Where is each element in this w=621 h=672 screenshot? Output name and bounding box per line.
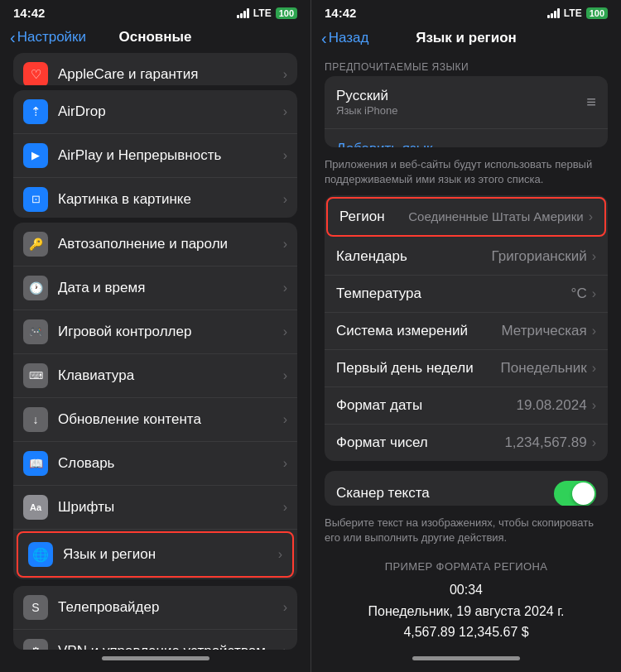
measurement-label: Система измерений <box>336 323 501 339</box>
status-icons-left: LTE 100 <box>237 7 297 19</box>
dateformat-chevron: › <box>592 398 596 413</box>
list-item-update[interactable]: ↓ Обновление контента › <box>13 398 297 442</box>
list-item-pip[interactable]: ⊡ Картинка в картинке › <box>13 178 297 218</box>
measurement-chevron: › <box>592 324 596 338</box>
status-bar-left: 14:42 LTE 100 <box>0 0 310 24</box>
back-chevron-left: ‹ <box>10 29 16 46</box>
autofill-icon: 🔑 <box>23 232 48 257</box>
telecom-icon: S <box>23 595 48 620</box>
back-label-left: Настройки <box>17 29 86 46</box>
list-item-autofill[interactable]: 🔑 Автозаполнение и пароли › <box>13 223 297 266</box>
section-system: 🔑 Автозаполнение и пароли › 🕐 Дата и вре… <box>13 223 297 579</box>
time-right: 14:42 <box>325 6 356 20</box>
add-lang-row[interactable]: Добавить язык... <box>325 129 608 146</box>
keyboard-label: Клавиатура <box>58 367 283 384</box>
temperature-row[interactable]: Температура °C › <box>325 276 608 313</box>
back-chevron-right: ‹ <box>321 30 327 46</box>
format-example: Пример формата региона 00:34 Понедельник… <box>311 554 621 656</box>
left-panel: 14:42 LTE 100 ‹ Настройки Основные ♡ App… <box>0 0 310 672</box>
calendar-value: Григорианский <box>491 248 586 265</box>
airdrop-chevron: › <box>283 104 287 119</box>
settings-card: Регион Соединенные Штаты Америки › Кален… <box>325 195 608 461</box>
lte-label-right: LTE <box>564 7 582 19</box>
signal-icon <box>237 8 249 18</box>
status-icons-right: LTE 100 <box>547 7 608 19</box>
lang-main: Русский <box>336 88 586 104</box>
datetime-icon: 🕐 <box>23 276 48 300</box>
lang-icon: 🌐 <box>28 542 53 567</box>
calendar-label: Календарь <box>336 248 491 265</box>
lang-note: Приложения и веб-сайты будут использоват… <box>311 154 621 195</box>
dict-chevron: › <box>283 456 287 471</box>
airdrop-label: AirDrop <box>58 103 283 120</box>
home-indicator-right <box>412 656 520 660</box>
list-item-airdrop[interactable]: ⇡ AirDrop › <box>13 90 297 134</box>
list-item-fonts[interactable]: Aa Шрифты › <box>13 486 297 530</box>
firstday-label: Первый день недели <box>336 360 501 377</box>
vpn-chevron: › <box>283 644 287 650</box>
nav-header-left: ‹ Настройки Основные <box>0 24 310 53</box>
measurement-value: Метрическая <box>501 323 586 339</box>
datetime-label: Дата и время <box>58 280 283 296</box>
hamburger-icon: ≡ <box>586 93 596 112</box>
format-date: Понедельник, 19 августа 2024 г. <box>325 601 608 622</box>
numformat-row[interactable]: Формат чисел 1,234,567.89 › <box>325 425 608 461</box>
list-item-lang[interactable]: 🌐 Язык и регион › <box>18 533 292 576</box>
home-indicator-left <box>102 656 209 660</box>
format-title: Пример формата региона <box>325 560 608 573</box>
airplay-icon: ▶ <box>23 143 48 168</box>
list-item-dict[interactable]: 📖 Словарь › <box>13 442 297 486</box>
airplay-label: AirPlay и Непрерывность <box>58 147 283 164</box>
list-item-applecare[interactable]: ♡ AppleCare и гарантия › <box>13 53 297 84</box>
scanner-toggle[interactable] <box>554 481 596 506</box>
measurement-row[interactable]: Система измерений Метрическая › <box>325 313 608 350</box>
list-item-datetime[interactable]: 🕐 Дата и время › <box>13 266 297 310</box>
autofill-chevron: › <box>283 237 287 252</box>
add-lang-button[interactable]: Добавить язык... <box>336 141 445 146</box>
firstday-value: Понедельник <box>501 360 587 377</box>
temperature-value: °C <box>571 286 587 302</box>
section-connectivity: ⇡ AirDrop › ▶ AirPlay и Непрерывность › … <box>13 90 297 218</box>
vpn-label: VPN и управление устройством <box>58 643 283 650</box>
firstday-row[interactable]: Первый день недели Понедельник › <box>325 350 608 387</box>
applecare-icon: ♡ <box>23 62 48 84</box>
list-item-keyboard[interactable]: ⌨ Клавиатура › <box>13 354 297 398</box>
list-item-airplay[interactable]: ▶ AirPlay и Непрерывность › <box>13 134 297 178</box>
right-panel: 14:42 LTE 100 ‹ Назад Язык и регион ПРЕД… <box>310 0 621 672</box>
vpn-icon: ⚙ <box>23 639 48 650</box>
calendar-row[interactable]: Календарь Григорианский › <box>325 238 608 276</box>
battery-right: 100 <box>586 7 608 19</box>
language-item-russian[interactable]: Русский Язык iPhone ≡ <box>325 76 608 129</box>
list-item-gamepad[interactable]: 🎮 Игровой контроллер › <box>13 310 297 354</box>
gamepad-chevron: › <box>283 324 287 339</box>
region-label: Регион <box>339 209 408 225</box>
numformat-chevron: › <box>592 435 596 450</box>
update-icon: ↓ <box>23 407 48 432</box>
airplay-chevron: › <box>283 148 287 163</box>
status-bar-right: 14:42 LTE 100 <box>311 0 621 25</box>
time-left: 14:42 <box>13 6 45 20</box>
gamepad-icon: 🎮 <box>23 319 48 344</box>
pip-icon: ⊡ <box>23 187 48 212</box>
update-label: Обновление контента <box>58 411 283 428</box>
page-title-left: Основные <box>118 29 191 46</box>
region-highlight-box: Регион Соединенные Штаты Америки › <box>326 197 606 237</box>
list-item-telecom[interactable]: S Телепровайдер › <box>13 586 297 630</box>
region-row[interactable]: Регион Соединенные Штаты Америки › <box>328 199 604 235</box>
top-section: ♡ AppleCare и гарантия › <box>13 53 297 84</box>
fonts-label: Шрифты <box>58 499 283 516</box>
dict-icon: 📖 <box>23 451 48 476</box>
back-button-right[interactable]: ‹ Назад <box>321 30 368 46</box>
applecare-chevron: › <box>283 67 287 82</box>
list-item-vpn[interactable]: ⚙ VPN и управление устройством › <box>13 630 297 650</box>
dict-label: Словарь <box>58 455 283 472</box>
dateformat-row[interactable]: Формат даты 19.08.2024 › <box>325 387 608 425</box>
nav-header-right: ‹ Назад Язык и регион <box>311 25 621 55</box>
scanner-card: Сканер текста <box>325 471 608 506</box>
scanner-row[interactable]: Сканер текста <box>325 471 608 506</box>
back-button-left[interactable]: ‹ Настройки <box>10 29 86 46</box>
numformat-label: Формат чисел <box>336 434 504 451</box>
bottom-spacer-left <box>0 656 310 672</box>
keyboard-icon: ⌨ <box>23 363 48 388</box>
autofill-label: Автозаполнение и пароли <box>58 236 283 252</box>
